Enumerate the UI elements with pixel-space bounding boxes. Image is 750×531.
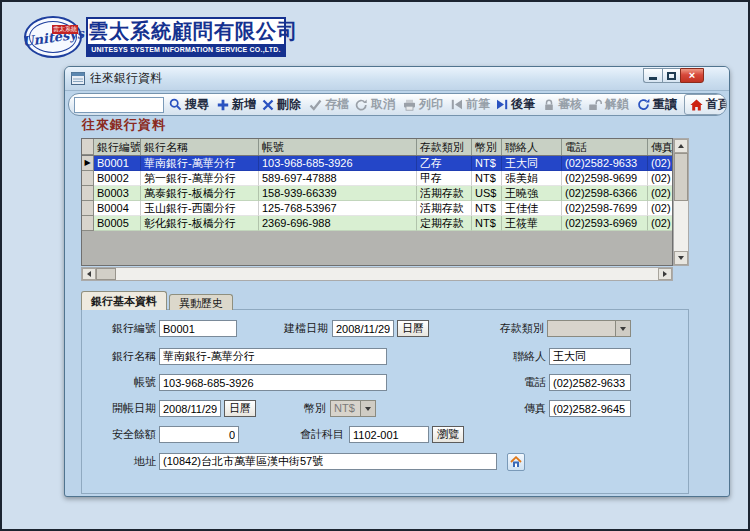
row-selector[interactable]: [82, 216, 94, 231]
bank-code-input[interactable]: [159, 320, 237, 337]
table-row[interactable]: B0002第一銀行-萬華分行589-697-47888甲存NT$張美娟(02)2…: [82, 171, 672, 186]
horizontal-scroll-track[interactable]: [116, 268, 658, 280]
scroll-down-button[interactable]: [674, 251, 688, 265]
cell-fax[interactable]: (02): [648, 216, 672, 231]
reload-button[interactable]: 重讀: [634, 94, 680, 115]
vertical-scroll-thumb[interactable]: [674, 153, 688, 201]
cell-code[interactable]: B0005: [94, 216, 141, 231]
cell-currency[interactable]: NT$: [472, 171, 502, 186]
account-code-input[interactable]: [349, 426, 429, 443]
table-row[interactable]: B0004玉山銀行-西園分行125-768-53967活期存款NT$王佳佳(02…: [82, 201, 672, 216]
previous-record-button[interactable]: 前筆: [448, 94, 493, 115]
cell-code[interactable]: B0003: [94, 186, 141, 201]
cell-deposit[interactable]: 定期存款: [417, 216, 472, 231]
currency-dropdown-button[interactable]: [360, 401, 375, 416]
row-selector[interactable]: [82, 201, 94, 216]
maximize-button[interactable]: [662, 68, 680, 83]
print-button[interactable]: 列印: [400, 94, 446, 115]
grid-header-deposit-type[interactable]: 存款類別: [417, 139, 472, 155]
window-titlebar[interactable]: 往來銀行資料 ×: [65, 67, 729, 91]
cell-currency[interactable]: NT$: [472, 201, 502, 216]
grid-header-phone[interactable]: 電話: [562, 139, 648, 155]
cell-account[interactable]: 2369-696-988: [259, 216, 417, 231]
created-date-input[interactable]: [332, 320, 394, 337]
cell-name[interactable]: 華南銀行-萬華分行: [141, 156, 259, 171]
cell-contact[interactable]: 張美娟: [502, 171, 562, 186]
table-row[interactable]: B0005彰化銀行-板橋分行2369-696-988定期存款NT$王筱華(02)…: [82, 216, 672, 231]
cell-fax[interactable]: (02): [648, 171, 672, 186]
grid-header-account[interactable]: 帳號: [259, 139, 417, 155]
cell-name[interactable]: 彰化銀行-板橋分行: [141, 216, 259, 231]
table-row[interactable]: ▶B0001華南銀行-萬華分行103-968-685-3926乙存NT$王大同(…: [82, 156, 672, 171]
row-selector[interactable]: [82, 186, 94, 201]
phone-input[interactable]: [549, 374, 631, 391]
cell-contact[interactable]: 王筱華: [502, 216, 562, 231]
scroll-right-button[interactable]: [658, 268, 672, 280]
cell-account[interactable]: 158-939-66339: [259, 186, 417, 201]
cell-deposit[interactable]: 乙存: [417, 156, 472, 171]
vertical-scroll-track[interactable]: [674, 201, 688, 251]
horizontal-scroll-thumb[interactable]: [96, 268, 116, 280]
cell-phone[interactable]: (02)2582-9633: [562, 156, 648, 171]
grid-header-currency[interactable]: 幣別: [472, 139, 502, 155]
cell-phone[interactable]: (02)2598-9699: [562, 171, 648, 186]
cell-fax[interactable]: (02): [648, 186, 672, 201]
grid-header-bank-name[interactable]: 銀行名稱: [141, 139, 259, 155]
bank-name-input[interactable]: [159, 348, 387, 365]
scroll-left-button[interactable]: [82, 268, 96, 280]
cell-account[interactable]: 103-968-685-3926: [259, 156, 417, 171]
account-code-browse-button[interactable]: 瀏覽: [432, 426, 464, 443]
search-button[interactable]: 搜尋: [166, 94, 212, 115]
cell-code[interactable]: B0002: [94, 171, 141, 186]
grid-header-fax[interactable]: 傳真: [648, 139, 672, 155]
cell-code[interactable]: B0001: [94, 156, 141, 171]
audit-button[interactable]: 審核: [540, 94, 585, 115]
open-date-input[interactable]: [159, 400, 221, 417]
delete-button[interactable]: 刪除: [259, 94, 304, 115]
open-date-calendar-button[interactable]: 日曆: [224, 400, 256, 417]
cell-phone[interactable]: (02)2593-6969: [562, 216, 648, 231]
fax-input[interactable]: [549, 400, 631, 417]
minimize-button[interactable]: [643, 68, 662, 83]
row-selector-current[interactable]: ▶: [82, 156, 94, 171]
next-record-button[interactable]: 後筆: [493, 94, 538, 115]
cell-fax[interactable]: (02): [648, 201, 672, 216]
cell-contact[interactable]: 王佳佳: [502, 201, 562, 216]
cell-phone[interactable]: (02)2598-7699: [562, 201, 648, 216]
home-button[interactable]: 首頁: [684, 94, 727, 115]
address-map-button[interactable]: [507, 453, 525, 471]
save-button[interactable]: 存檔: [306, 94, 352, 115]
cell-code[interactable]: B0004: [94, 201, 141, 216]
cell-currency[interactable]: NT$: [472, 216, 502, 231]
deposit-type-dropdown-button[interactable]: [615, 321, 630, 336]
currency-select[interactable]: NT$: [330, 400, 376, 417]
contact-input[interactable]: [549, 348, 631, 365]
cell-currency[interactable]: NT$: [472, 156, 502, 171]
cell-account[interactable]: 125-768-53967: [259, 201, 417, 216]
scroll-up-button[interactable]: [674, 139, 688, 153]
tab-change-history[interactable]: 異動歷史: [169, 294, 233, 310]
tab-bank-basic-data[interactable]: 銀行基本資料: [81, 291, 167, 310]
cell-name[interactable]: 萬泰銀行-板橋分行: [141, 186, 259, 201]
cell-phone[interactable]: (02)2598-6366: [562, 186, 648, 201]
grid-vertical-scrollbar[interactable]: [673, 138, 689, 266]
grid-header-contact[interactable]: 聯絡人: [502, 139, 562, 155]
cell-fax[interactable]: (02): [648, 156, 672, 171]
search-input[interactable]: [74, 97, 164, 113]
grid-header-bank-code[interactable]: 銀行編號: [94, 139, 141, 155]
cell-account[interactable]: 589-697-47888: [259, 171, 417, 186]
cell-deposit[interactable]: 活期存款: [417, 186, 472, 201]
created-date-calendar-button[interactable]: 日曆: [397, 320, 429, 337]
unlock-button[interactable]: 解鎖: [585, 94, 632, 115]
close-button[interactable]: ×: [680, 68, 704, 83]
grid-horizontal-scrollbar[interactable]: [81, 267, 673, 281]
cancel-button[interactable]: 取消: [352, 94, 398, 115]
deposit-type-select[interactable]: [547, 320, 631, 337]
safe-balance-input[interactable]: [159, 426, 239, 443]
address-input[interactable]: [159, 453, 497, 470]
cell-deposit[interactable]: 活期存款: [417, 201, 472, 216]
cell-name[interactable]: 第一銀行-萬華分行: [141, 171, 259, 186]
table-row[interactable]: B0003萬泰銀行-板橋分行158-939-66339活期存款US$王曉強(02…: [82, 186, 672, 201]
cell-contact[interactable]: 王曉強: [502, 186, 562, 201]
cell-deposit[interactable]: 甲存: [417, 171, 472, 186]
